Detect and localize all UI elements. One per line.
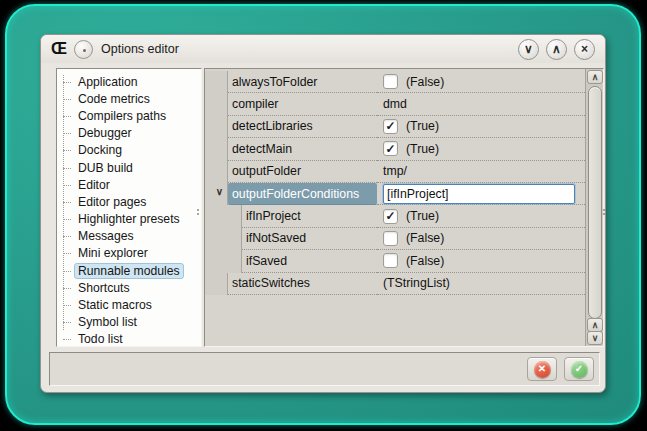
value-input[interactable] [383, 184, 575, 204]
property-row-ifInProject: ifInProject✓(True) [205, 205, 585, 227]
value-label: (TStringList) [383, 276, 450, 290]
app-logo-icon: Œ [51, 41, 66, 57]
property-name[interactable]: ifSaved [242, 250, 377, 272]
property-value: (TStringList) [377, 273, 585, 295]
sidebar-item-messages[interactable]: Messages [57, 228, 201, 245]
value-label: (True) [406, 142, 439, 156]
property-value: (False) [377, 71, 585, 93]
row-gutter [205, 71, 228, 93]
property-name[interactable]: outputFolderConditions [228, 183, 377, 205]
options-editor-window: Œ Options editor ∨ ∧ × ApplicationCode m… [40, 34, 606, 393]
value-label: (True) [406, 119, 439, 133]
sidebar-item-label: Mini explorer [74, 245, 152, 261]
maximize-button[interactable]: ∧ [546, 39, 567, 60]
checkbox-checked-icon[interactable]: ✓ [383, 141, 398, 156]
collapse-chevron-icon[interactable]: ∨ [216, 186, 223, 197]
accept-icon: ✓ [571, 361, 588, 378]
sidebar-item-label: Static macros [74, 297, 156, 313]
property-name[interactable]: ifNotSaved [242, 228, 377, 250]
sidebar-item-label: Editor pages [74, 194, 150, 210]
splitter-grip[interactable] [197, 207, 200, 221]
property-value: (False) [377, 250, 585, 272]
sidebar-item-docking[interactable]: Docking [57, 142, 201, 159]
sidebar-item-symbol-list[interactable]: Symbol list [57, 314, 201, 331]
property-row-ifSaved: ifSaved(False) [205, 250, 585, 272]
category-list: ApplicationCode metricsCompilers pathsDe… [56, 68, 202, 347]
sidebar-item-static-macros[interactable]: Static macros [57, 296, 201, 313]
property-rows: alwaysToFolder(False)compilerdmddetectLi… [205, 69, 585, 346]
minimize-button[interactable]: ∨ [518, 39, 539, 60]
value-label: dmd [383, 97, 407, 111]
sidebar-item-label: Compilers paths [74, 108, 170, 124]
sidebar-item-label: Code metrics [74, 91, 154, 107]
row-gutter: ∨ [205, 183, 228, 205]
scroll-down-icon[interactable]: ∨ [587, 331, 603, 345]
sidebar-item-application[interactable]: Application [57, 73, 201, 90]
property-row-ifNotSaved: ifNotSaved(False) [205, 228, 585, 250]
scroll-up2-icon[interactable]: ∧ [587, 318, 603, 332]
cancel-button[interactable]: ✕ [527, 357, 557, 381]
sidebar-item-code-metrics[interactable]: Code metrics [57, 90, 201, 107]
property-row-staticSwitches: staticSwitches(TStringList) [205, 273, 585, 295]
property-row-compiler: compilerdmd [205, 93, 585, 115]
resize-grip[interactable] [603, 207, 606, 221]
window-title: Options editor [101, 42, 179, 56]
sidebar-item-todo-list[interactable]: Todo list [57, 331, 201, 347]
property-grid: alwaysToFolder(False)compilerdmddetectLi… [204, 68, 604, 347]
property-value: dmd [377, 93, 585, 115]
row-gutter [205, 205, 242, 227]
sidebar-item-compilers-paths[interactable]: Compilers paths [57, 107, 201, 124]
row-gutter [205, 116, 228, 138]
sidebar-item-label: Runnable modules [74, 263, 184, 279]
property-name[interactable]: compiler [228, 93, 377, 115]
sidebar-item-highlighter-presets[interactable]: Highlighter presets [57, 211, 201, 228]
titlebar[interactable]: Œ Options editor ∨ ∧ × [41, 35, 605, 63]
window-controls: ∨ ∧ × [518, 39, 595, 60]
sidebar-item-dub-build[interactable]: DUB build [57, 159, 201, 176]
value-label: (False) [406, 254, 444, 268]
row-gutter [205, 228, 242, 250]
property-value: ✓(True) [377, 116, 585, 138]
sidebar-item-editor-pages[interactable]: Editor pages [57, 193, 201, 210]
checkbox-unchecked-icon[interactable] [383, 253, 398, 268]
sidebar-item-label: Docking [74, 142, 126, 158]
property-name[interactable]: staticSwitches [228, 273, 377, 295]
sidebar-item-runnable-modules[interactable]: Runnable modules [57, 262, 201, 279]
row-gutter [205, 161, 228, 183]
vertical-scrollbar[interactable]: ∧ ∧ ∨ [585, 69, 603, 346]
sidebar-item-mini-explorer[interactable]: Mini explorer [57, 245, 201, 262]
row-gutter [205, 273, 228, 295]
property-name[interactable]: detectMain [228, 138, 377, 160]
category-tree: ApplicationCode metricsCompilers pathsDe… [57, 73, 201, 346]
cancel-icon: ✕ [534, 361, 551, 378]
value-label: (False) [406, 75, 444, 89]
property-name[interactable]: outputFolder [228, 161, 377, 183]
sidebar-item-label: Editor [74, 177, 114, 193]
sidebar-item-editor[interactable]: Editor [57, 176, 201, 193]
checkbox-checked-icon[interactable]: ✓ [383, 209, 398, 224]
property-row-outputFolder: outputFoldertmp/ [205, 161, 585, 183]
sidebar-item-label: Shortcuts [74, 280, 133, 296]
checkbox-unchecked-icon[interactable] [383, 231, 398, 246]
property-name[interactable]: alwaysToFolder [228, 71, 377, 93]
property-value: tmp/ [377, 161, 585, 183]
sidebar-item-label: Application [74, 74, 142, 90]
row-gutter [205, 250, 242, 272]
sidebar-item-shortcuts[interactable]: Shortcuts [57, 279, 201, 296]
sidebar-item-label: Highlighter presets [74, 211, 184, 227]
sidebar-item-label: Todo list [74, 331, 127, 347]
scroll-up-icon[interactable]: ∧ [587, 70, 603, 84]
sidebar-item-debugger[interactable]: Debugger [57, 125, 201, 142]
close-button[interactable]: × [574, 39, 595, 60]
property-name[interactable]: detectLibraries [228, 116, 377, 138]
property-row-detectMain: detectMain✓(True) [205, 138, 585, 160]
checkbox-checked-icon[interactable]: ✓ [383, 119, 398, 134]
accept-button[interactable]: ✓ [564, 357, 594, 381]
checkbox-unchecked-icon[interactable] [383, 74, 398, 89]
property-row-outputFolderConditions: ∨outputFolderConditions [205, 183, 585, 205]
row-gutter [205, 138, 228, 160]
property-name[interactable]: ifInProject [242, 205, 377, 227]
sidebar-item-label: DUB build [74, 160, 137, 176]
scrollbar-thumb[interactable] [588, 86, 602, 319]
window-menu-button[interactable] [74, 40, 93, 59]
